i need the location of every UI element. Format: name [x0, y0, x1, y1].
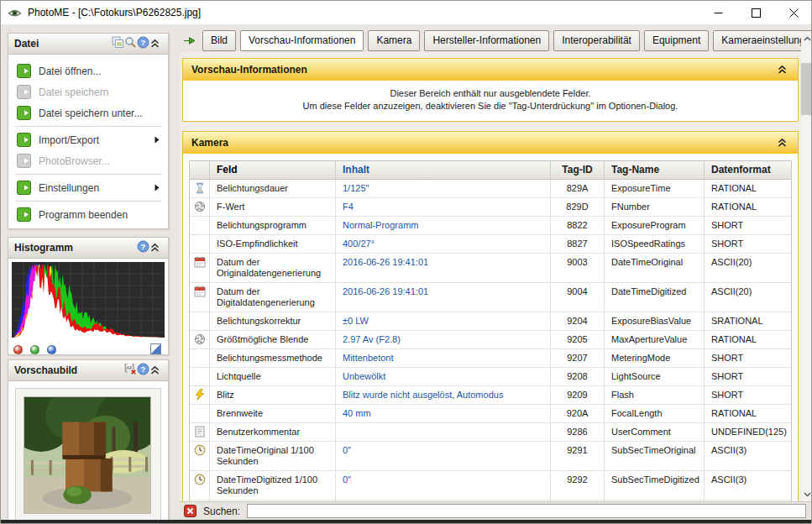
- green-arrow-icon: [17, 64, 31, 78]
- cell-tag-id: 9207: [550, 349, 604, 367]
- table-row[interactable]: Größtmögliche Blende2.97 Av (F2.8)9205Ma…: [190, 331, 791, 349]
- table-row[interactable]: DateTimeDigitized 1/100 Sekunden0"9292Su…: [190, 471, 791, 500]
- cell-datenformat: RATIONAL: [704, 180, 791, 197]
- cell-inhalt[interactable]: 2016-06-26 19:41:01: [335, 283, 550, 312]
- column-header-inhalt[interactable]: Inhalt: [335, 161, 550, 179]
- menu-item-programm-beenden[interactable]: Programm beenden: [8, 204, 168, 225]
- table-header-row: FeldInhaltTag-IDTag-NameDatenformat: [190, 161, 791, 180]
- column-header-tag-name[interactable]: Tag-Name: [604, 161, 704, 179]
- cell-inhalt[interactable]: ±0 LW: [335, 312, 550, 330]
- table-row[interactable]: Datum der Digitaldatengenerierung2016-06…: [190, 283, 791, 312]
- tag-remove-icon[interactable]: AF: [124, 363, 137, 375]
- tab-kamera[interactable]: Kamera: [368, 30, 420, 51]
- nav-arrow-icon[interactable]: [182, 34, 196, 48]
- scrollbar-thumb[interactable]: [801, 63, 812, 115]
- menu-separator: [15, 174, 161, 175]
- tab-hersteller-informationen[interactable]: Hersteller-Informationen: [424, 30, 549, 51]
- search-input[interactable]: [247, 504, 806, 518]
- cell-datenformat: ASCII(3): [704, 471, 791, 500]
- column-header-datenformat[interactable]: Datenformat: [704, 161, 791, 179]
- red-channel-dot[interactable]: [13, 345, 23, 354]
- menu-item-label: Einstellungen: [39, 182, 99, 194]
- collapse-icon[interactable]: [149, 38, 162, 50]
- cell-inhalt[interactable]: Unbewölkt: [335, 368, 550, 385]
- vorschaubild-panel: Vorschaubild AF?: [8, 359, 169, 524]
- resize-icon[interactable]: [150, 343, 163, 356]
- kamera-section: Kamera FeldInhaltTag-IDTag-NameDatenform…: [182, 131, 799, 501]
- help-icon[interactable]: ?: [137, 36, 149, 49]
- collapse-icon[interactable]: [149, 242, 162, 254]
- help-icon[interactable]: ?: [137, 363, 149, 375]
- column-header-feld[interactable]: Feld: [209, 161, 335, 179]
- no-icon: [190, 312, 209, 330]
- green-channel-dot[interactable]: [30, 345, 39, 354]
- menu-item-einstellungen[interactable]: Einstellungen: [8, 177, 168, 198]
- menu-item-import-export[interactable]: Import/Export: [8, 129, 168, 150]
- cell-tag-name: UserComment: [604, 423, 704, 441]
- green-arrow-icon: [17, 133, 31, 147]
- green-arrow-disabled-icon: [17, 154, 31, 168]
- scroll-down-button[interactable]: [801, 487, 812, 501]
- cell-inhalt[interactable]: F4: [335, 198, 550, 216]
- cell-inhalt[interactable]: 0": [335, 471, 550, 500]
- minimize-button[interactable]: [699, 1, 737, 24]
- tab-kameraeinstellungen[interactable]: Kameraeinstellungen: [713, 30, 812, 51]
- cell-tag-id: 9209: [550, 386, 604, 404]
- blue-channel-dot[interactable]: [47, 345, 56, 354]
- table-row[interactable]: ISO-Empfindlichkeit400/27°8827ISOSpeedRa…: [190, 235, 791, 254]
- vertical-scrollbar[interactable]: [801, 31, 812, 501]
- menu-item-label: Import/Export: [39, 134, 99, 146]
- collapse-icon[interactable]: [149, 364, 162, 377]
- cell-inhalt[interactable]: 2.97 Av (F2.8): [335, 331, 550, 348]
- cell-tag-name: ExposureBiasValue: [604, 312, 704, 330]
- close-button[interactable]: [775, 1, 812, 24]
- table-row[interactable]: Datum der Originaldatengenerierung2016-0…: [190, 254, 791, 283]
- table-row[interactable]: DateTimeOriginal 1/100 Sekunden0"9291Sub…: [190, 442, 791, 471]
- aperture-icon: [190, 331, 209, 348]
- cell-tag-id: 8827: [550, 235, 604, 253]
- vorschau-informationen-section: Vorschau-Informationen Dieser Bereich en…: [182, 58, 799, 122]
- vorschau-section-header[interactable]: Vorschau-Informationen: [183, 59, 798, 81]
- table-row[interactable]: Belichtungskorrektur±0 LW9204ExposureBia…: [190, 312, 791, 331]
- scroll-up-button[interactable]: [801, 31, 812, 45]
- cell-tag-name: SubSecTimeOriginal: [604, 442, 704, 470]
- no-icon: [190, 405, 209, 422]
- tab-bild[interactable]: Bild: [202, 30, 236, 51]
- search-bar: Suchen:: [180, 501, 812, 520]
- cell-inhalt[interactable]: 0": [335, 442, 550, 470]
- cell-inhalt[interactable]: Mittenbetont: [335, 349, 550, 367]
- table-row[interactable]: Brennweite40 mm920AFocalLengthRATIONAL: [190, 405, 791, 423]
- search-icon[interactable]: [124, 36, 137, 49]
- cell-inhalt[interactable]: 2016-06-26 19:41:01: [335, 254, 550, 282]
- cell-feld: Belichtungskorrektur: [209, 312, 335, 330]
- window-bottom-border: [1, 520, 812, 524]
- menu-item-datei-speichern-unter[interactable]: Datei speichern unter...: [8, 102, 168, 123]
- menu-item-datei-öffnen[interactable]: Datei öffnen...: [8, 60, 168, 81]
- maximize-button[interactable]: [737, 1, 775, 24]
- cell-inhalt[interactable]: 400/27°: [335, 235, 550, 253]
- collapse-icon[interactable]: [777, 64, 789, 76]
- flash-icon: [190, 386, 209, 404]
- copy-icon[interactable]: [112, 36, 124, 49]
- table-row[interactable]: BelichtungsmessmethodeMittenbetont9207Me…: [190, 349, 791, 368]
- kamera-section-header[interactable]: Kamera: [183, 132, 798, 154]
- table-row[interactable]: Benutzerkommentar9286UserCommentUNDEFINE…: [190, 423, 791, 442]
- tab-equipment[interactable]: Equipment: [644, 30, 709, 51]
- tab-interoperabilität[interactable]: Interoperabilität: [553, 30, 640, 51]
- tab-vorschau-informationen[interactable]: Vorschau-Informationen: [240, 30, 364, 51]
- cell-inhalt[interactable]: 40 mm: [335, 405, 550, 422]
- table-row[interactable]: Belichtungsdauer1/125"829AExposureTimeRA…: [190, 180, 791, 198]
- cell-inhalt[interactable]: Blitz wurde nicht ausgelöst, Automodus: [335, 386, 550, 404]
- table-row[interactable]: F-WertF4829DFNumberRATIONAL: [190, 198, 791, 217]
- cell-inhalt[interactable]: [335, 423, 550, 441]
- column-header-tag-id[interactable]: Tag-ID: [550, 161, 604, 179]
- table-row[interactable]: LichtquelleUnbewölkt9208LightSourceSHORT: [190, 368, 791, 386]
- close-search-icon[interactable]: [184, 505, 196, 517]
- collapse-icon[interactable]: [777, 137, 789, 149]
- cell-inhalt[interactable]: 1/125": [335, 180, 550, 197]
- help-icon[interactable]: ?: [137, 240, 149, 253]
- cell-inhalt[interactable]: Normal-Programm: [335, 217, 550, 234]
- table-row[interactable]: BelichtungsprogrammNormal-Programm8822Ex…: [190, 217, 791, 235]
- table-row[interactable]: BlitzBlitz wurde nicht ausgelöst, Automo…: [190, 386, 791, 405]
- cell-tag-id: 9286: [550, 423, 604, 441]
